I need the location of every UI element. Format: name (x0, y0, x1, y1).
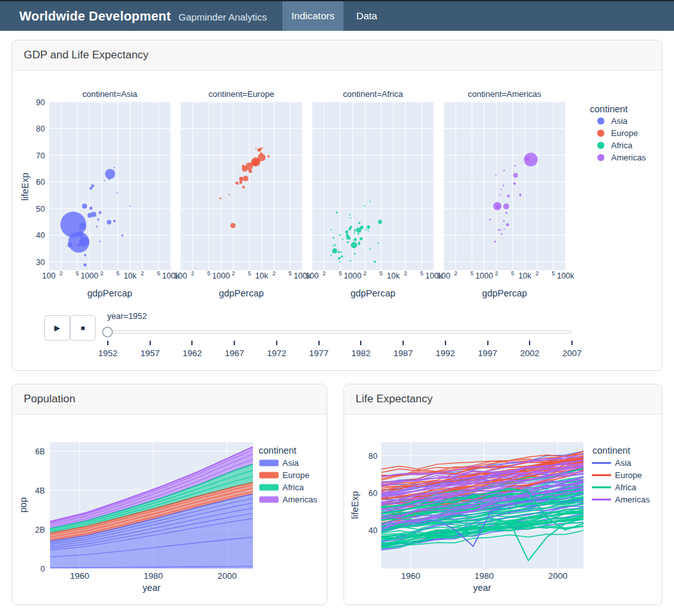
slider-tick-label-2002[interactable]: 2002 (520, 348, 539, 358)
svg-text:5: 5 (511, 270, 514, 277)
slider-tick-label-1987[interactable]: 1987 (393, 348, 413, 358)
year-slider-label: year=1952 (107, 311, 147, 321)
app-title: Worldwide Development (19, 9, 171, 24)
stop-icon: ■ (81, 324, 85, 332)
life-legend: continentAsiaEuropeAfricaAmericas (592, 445, 650, 504)
app: { "header": { "title": "Worldwide Develo… (0, 0, 674, 616)
slider-tick-mark (276, 341, 277, 345)
life-expectancy-chart-svg[interactable]: 406080196019802000lifeExpyearcontinentAs… (344, 414, 662, 605)
stop-button[interactable]: ■ (70, 315, 96, 341)
svg-text:40: 40 (36, 231, 45, 240)
svg-text:Americas: Americas (282, 495, 318, 504)
svg-text:2: 2 (363, 270, 367, 277)
facet-asia: continent=Asia100100010k100k252525gdpPer… (42, 89, 180, 298)
svg-text:Europe: Europe (611, 128, 638, 138)
card-gdp-life: GDP and Life Expectancy continent=Asia10… (12, 40, 662, 371)
svg-text:100k: 100k (557, 271, 575, 280)
slider-tick-mark (360, 341, 361, 345)
app-header: Worldwide Development Gapminder Analytic… (0, 0, 674, 31)
svg-text:continent=Asia: continent=Asia (82, 89, 137, 99)
svg-text:Africa: Africa (615, 483, 637, 492)
slider-tick-label-1967[interactable]: 1967 (225, 348, 244, 358)
svg-text:Africa: Africa (282, 483, 304, 492)
svg-text:year: year (143, 583, 160, 593)
population-chart-svg[interactable]: 02B4B6B196019802000popyearcontinentAsiaE… (12, 414, 327, 605)
slider-tick-mark (487, 341, 488, 345)
svg-text:6B: 6B (35, 447, 45, 456)
svg-text:gdpPercap: gdpPercap (87, 288, 132, 298)
svg-text:90: 90 (36, 98, 45, 107)
svg-text:70: 70 (36, 151, 45, 160)
svg-text:5: 5 (116, 270, 119, 277)
svg-text:1960: 1960 (401, 571, 420, 581)
svg-text:2B: 2B (35, 526, 45, 535)
brand: Worldwide Development Gapminder Analytic… (19, 1, 267, 31)
svg-text:5: 5 (157, 270, 160, 277)
svg-text:10k: 10k (124, 271, 137, 280)
animation-controls: ▶ ■ year=1952 19521957196219671972197719… (12, 302, 662, 370)
svg-text:1000: 1000 (343, 271, 361, 280)
svg-text:2: 2 (404, 270, 407, 277)
life-expectancy-chart[interactable]: 406080196019802000lifeExpyearcontinentAs… (344, 414, 662, 605)
svg-text:gdpPercap: gdpPercap (350, 288, 395, 298)
svg-text:40: 40 (368, 526, 377, 535)
svg-text:5: 5 (339, 270, 342, 277)
svg-text:Europe: Europe (282, 470, 309, 480)
play-button[interactable]: ▶ (44, 315, 70, 341)
slider-tick-label-1972[interactable]: 1972 (267, 348, 286, 358)
slider-tick-label-1992[interactable]: 1992 (436, 348, 455, 358)
facet-europe: continent=Europe100100010k100k252525gdpP… (174, 89, 312, 298)
svg-text:Asia: Asia (282, 458, 299, 468)
slider-tick-mark (107, 341, 108, 345)
svg-text:2: 2 (454, 270, 458, 277)
svg-text:Asia: Asia (615, 458, 632, 468)
gdp-life-chart-svg[interactable]: continent=Asia100100010k100k252525gdpPer… (12, 84, 662, 302)
svg-text:continent: continent (590, 104, 628, 114)
svg-text:2: 2 (60, 270, 63, 277)
slider-tick-mark (402, 341, 404, 345)
svg-text:80: 80 (368, 452, 377, 461)
slider-tick-label-1957[interactable]: 1957 (141, 348, 160, 358)
svg-text:year: year (473, 583, 491, 593)
slider-tick-mark (529, 341, 530, 345)
svg-text:2: 2 (232, 270, 235, 277)
svg-text:continent=Africa: continent=Africa (343, 89, 403, 99)
svg-text:5: 5 (471, 270, 474, 277)
card-gdp-life-title: GDP and Life Expectancy (12, 40, 662, 71)
svg-text:5: 5 (379, 270, 383, 277)
svg-text:10k: 10k (387, 271, 401, 280)
slider-tick-mark (571, 341, 573, 345)
svg-text:1000: 1000 (212, 271, 230, 280)
slider-tick-label-1997[interactable]: 1997 (478, 348, 497, 358)
svg-text:5: 5 (551, 270, 555, 277)
svg-text:gdpPercap: gdpPercap (482, 288, 527, 298)
slider-tick-label-1977[interactable]: 1977 (309, 348, 329, 358)
year-slider-handle[interactable] (102, 327, 113, 338)
tab-indicators[interactable]: Indicators (282, 1, 343, 31)
svg-text:100: 100 (437, 271, 451, 280)
gdp-life-chart[interactable]: continent=Asia100100010k100k252525gdpPer… (12, 84, 662, 302)
tab-data[interactable]: Data (347, 1, 386, 31)
svg-text:1980: 1980 (474, 571, 494, 581)
slider-tick-label-2007[interactable]: 2007 (562, 348, 582, 358)
year-slider-track[interactable] (108, 330, 572, 334)
svg-text:5: 5 (76, 270, 79, 277)
svg-text:0: 0 (40, 565, 45, 574)
svg-text:100: 100 (306, 271, 319, 280)
slider-tick-label-1952[interactable]: 1952 (98, 348, 117, 358)
svg-text:2: 2 (323, 270, 326, 277)
svg-text:2000: 2000 (548, 571, 567, 581)
svg-text:Americas: Americas (615, 495, 650, 504)
svg-text:pop: pop (18, 497, 28, 513)
svg-text:1960: 1960 (70, 571, 89, 581)
svg-text:lifeExp: lifeExp (20, 173, 30, 201)
play-icon: ▶ (54, 323, 60, 332)
slider-tick-mark (191, 341, 193, 345)
svg-text:2: 2 (495, 270, 498, 277)
svg-text:gdpPercap: gdpPercap (219, 288, 264, 298)
svg-text:continent: continent (592, 445, 630, 456)
population-chart[interactable]: 02B4B6B196019802000popyearcontinentAsiaE… (12, 414, 327, 605)
slider-tick-label-1962[interactable]: 1962 (182, 348, 202, 358)
svg-text:5: 5 (207, 270, 211, 277)
slider-tick-label-1982[interactable]: 1982 (351, 348, 370, 358)
